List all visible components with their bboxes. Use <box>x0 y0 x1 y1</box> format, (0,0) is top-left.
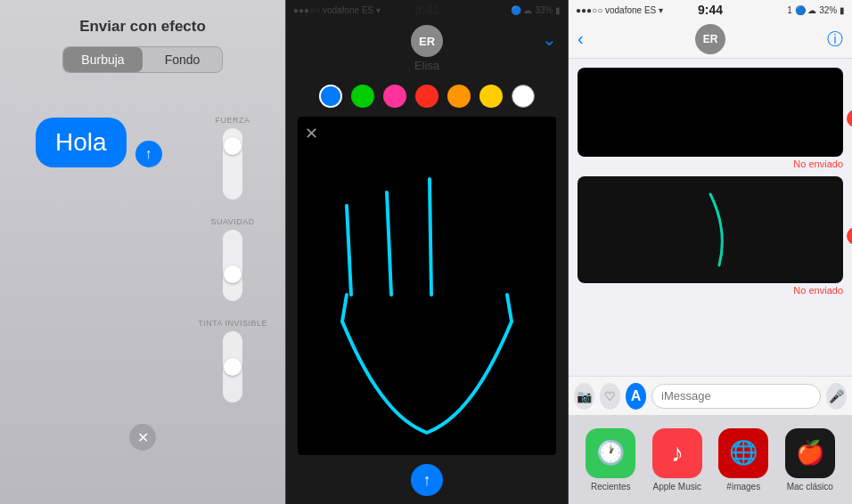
slider-force[interactable] <box>223 128 242 199</box>
images-label: #images <box>726 482 760 492</box>
avatar-3: ER <box>695 24 725 54</box>
not-sent-label-2: No enviado <box>578 285 843 296</box>
message-item-2: No enviado ! <box>578 176 843 296</box>
title-bold: con efecto <box>130 18 206 35</box>
tab-background[interactable]: Fondo <box>143 47 222 72</box>
error-icon-1: ! <box>847 110 852 127</box>
time-2: 9:43 <box>414 3 439 17</box>
time-3: 9:44 <box>698 3 723 17</box>
chevron-down-icon[interactable]: ⌄ <box>542 28 557 50</box>
camera-button[interactable]: 📷 <box>574 383 594 410</box>
slider-invisible-label: TINTA INVISIBLE <box>198 319 267 328</box>
color-palette[interactable] <box>319 79 535 117</box>
app-mac-clasico[interactable]: 🍎 Mac clásico <box>785 428 835 492</box>
color-orange[interactable] <box>447 85 471 108</box>
color-yellow[interactable] <box>479 85 503 108</box>
drawing-canvas[interactable]: ✕ <box>298 117 556 455</box>
recientes-label: Recientes <box>591 482 630 492</box>
apps-button[interactable]: A <box>626 383 646 410</box>
avatar-initials-3: ER <box>703 33 718 45</box>
close-button[interactable]: ✕ <box>129 424 156 451</box>
send-button[interactable]: ↑ <box>135 141 162 167</box>
color-red[interactable] <box>415 85 438 108</box>
hand-drawing-svg <box>298 117 556 455</box>
messages-area: No enviado ! No enviado ! <box>569 59 852 376</box>
message-item-1: No enviado ! <box>578 68 843 169</box>
slider-invisible-thumb[interactable] <box>224 358 242 376</box>
message-drawing-svg <box>578 176 843 283</box>
status-right-2: 🔵 ☁ 33% ▮ <box>511 5 561 15</box>
color-white[interactable] <box>512 85 535 108</box>
contact-name-2: Elisa <box>414 59 439 72</box>
apps-tray: 🕐 Recientes ♪ Apple Music 🌐 #images 🍎 Ma… <box>569 415 852 504</box>
carrier-3: ●●●○○ vodafone ES ▾ <box>576 5 663 15</box>
apple-music-icon[interactable]: ♪ <box>652 428 702 478</box>
back-button[interactable]: ‹ <box>578 28 584 49</box>
heart-button[interactable]: ♡ <box>600 383 620 410</box>
avatar-2: ER <box>411 25 443 57</box>
status-bar-2: ●●●○○ vodafone ES ▾ 9:43 🔵 ☁ 33% ▮ <box>286 0 568 20</box>
slider-smooth[interactable] <box>223 230 242 301</box>
panel1-title: Enviar con efecto <box>79 18 206 36</box>
message-bubble: Hola <box>36 118 127 167</box>
carrier-2: ●●●○○ vodafone ES ▾ <box>293 5 381 15</box>
slider-invisible-group: TINTA INVISIBLE <box>198 319 267 402</box>
images-icon[interactable]: 🌐 <box>718 428 768 478</box>
slider-smooth-label: SUAVIDAD <box>210 217 254 226</box>
color-blue[interactable] <box>319 85 342 108</box>
recientes-icon[interactable]: 🕐 <box>586 428 635 478</box>
input-bar: 📷 ♡ A 🎤 <box>569 376 852 415</box>
title-prefix: Enviar <box>79 18 130 35</box>
panel-messages: ●●●○○ vodafone ES ▾ 9:44 1 🔵 ☁ 32% ▮ ‹ E… <box>569 0 852 504</box>
slider-force-thumb[interactable] <box>224 137 242 155</box>
tab-bubble[interactable]: Burbuja <box>63 47 143 72</box>
bubble-text: Hola <box>55 128 107 156</box>
apple-music-label: Apple Music <box>653 482 701 492</box>
mic-button[interactable]: 🎤 <box>826 383 847 410</box>
slider-smooth-group: SUAVIDAD <box>210 217 254 301</box>
imessage-input[interactable] <box>651 384 821 409</box>
message-container: Hola ↑ <box>36 118 162 167</box>
not-sent-label-1: No enviado <box>578 159 843 169</box>
slider-smooth-thumb[interactable] <box>224 265 242 283</box>
send-button-2[interactable]: ↑ <box>411 464 443 496</box>
status-right-3: 1 🔵 ☁ 32% ▮ <box>787 5 845 15</box>
message-black-box-1 <box>578 68 843 157</box>
slider-invisible[interactable] <box>223 331 242 402</box>
avatar-initials-2: ER <box>419 35 435 48</box>
slider-force-group: FUERZA <box>216 116 250 199</box>
message-black-box-2 <box>578 176 843 283</box>
error-icon-2: ! <box>847 227 852 245</box>
info-button[interactable]: ⓘ <box>827 28 843 50</box>
app-recientes[interactable]: 🕐 Recientes <box>586 428 635 492</box>
color-green[interactable] <box>351 85 374 108</box>
mac-clasico-icon[interactable]: 🍎 <box>785 428 835 478</box>
status-bar-3: ●●●○○ vodafone ES ▾ 9:44 1 🔵 ☁ 32% ▮ <box>569 0 852 20</box>
sliders-container: FUERZA SUAVIDAD TINTA INVISIBLE <box>198 116 267 402</box>
app-apple-music[interactable]: ♪ Apple Music <box>652 428 702 492</box>
panel-send-effect: Enviar con efecto Burbuja Fondo Hola ↑ F… <box>0 0 285 504</box>
segment-control[interactable]: Burbuja Fondo <box>62 46 223 73</box>
mac-clasico-label: Mac clásico <box>787 482 833 492</box>
nav-bar-3: ‹ ER ⓘ <box>569 20 852 59</box>
color-pink[interactable] <box>383 85 406 108</box>
contact-header-2: ER Elisa ⌄ <box>286 20 568 79</box>
slider-force-label: FUERZA <box>216 116 250 125</box>
panel-drawing: ●●●○○ vodafone ES ▾ 9:43 🔵 ☁ 33% ▮ ER El… <box>285 0 569 504</box>
contact-info-2: ER Elisa <box>411 25 443 72</box>
app-images[interactable]: 🌐 #images <box>718 428 768 492</box>
close-canvas-icon[interactable]: ✕ <box>305 124 318 143</box>
